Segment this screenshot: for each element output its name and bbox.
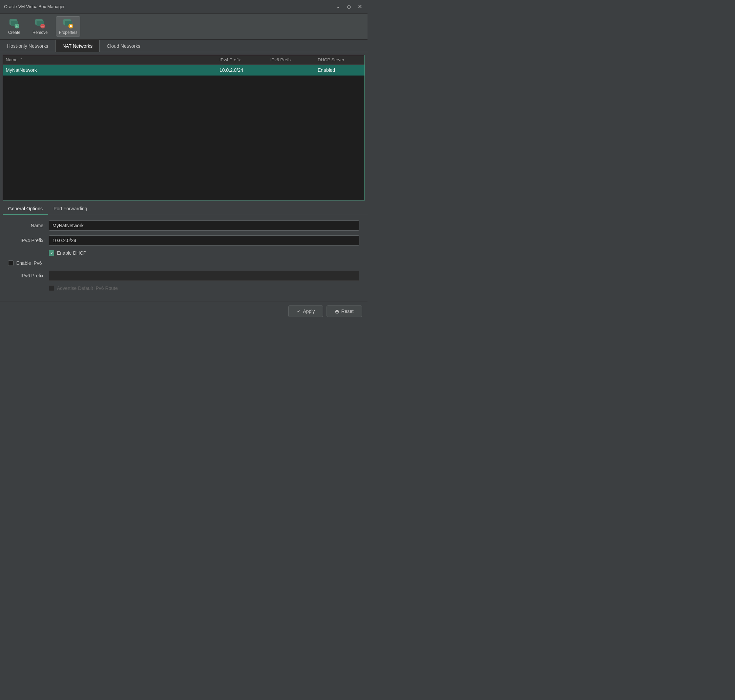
tab-cloud-networks[interactable]: Cloud Networks bbox=[100, 40, 147, 52]
col-dhcp-header: DHCP Server bbox=[318, 57, 362, 62]
top-tab-strip: Host-only Networks NAT Networks Cloud Ne… bbox=[0, 40, 368, 52]
ipv6-prefix-row: IPv6 Prefix: bbox=[8, 271, 359, 281]
apply-button[interactable]: ✓ Apply bbox=[288, 306, 323, 317]
tab-host-only[interactable]: Host-only Networks bbox=[0, 40, 55, 52]
properties-icon bbox=[63, 18, 74, 29]
row-name: MyNatNetwork bbox=[6, 68, 219, 73]
ipv6-input[interactable] bbox=[49, 271, 359, 281]
sort-arrow-icon: ⌃ bbox=[20, 57, 23, 62]
table-body: MyNatNetwork 10.0.2.0/24 Enabled bbox=[3, 65, 365, 200]
ipv4-label: IPv4 Prefix: bbox=[8, 238, 49, 243]
name-input[interactable] bbox=[49, 221, 359, 231]
titlebar: Oracle VM VirtualBox Manager ⌄ ◇ ✕ bbox=[0, 0, 368, 13]
table-row[interactable]: MyNatNetwork 10.0.2.0/24 Enabled bbox=[3, 65, 365, 75]
tab-general-options[interactable]: General Options bbox=[3, 203, 48, 215]
create-toolbar-item[interactable]: Create bbox=[4, 16, 24, 36]
create-label: Create bbox=[8, 30, 20, 35]
name-row: Name: bbox=[8, 221, 359, 231]
remove-toolbar-item[interactable]: Remove bbox=[30, 16, 50, 36]
reset-icon: ◓ bbox=[335, 309, 339, 314]
create-icon bbox=[9, 18, 20, 29]
tab-port-forwarding[interactable]: Port Forwarding bbox=[48, 203, 93, 215]
col-name-header[interactable]: Name ⌃ bbox=[6, 57, 219, 62]
reset-label: Reset bbox=[341, 309, 354, 314]
restore-button[interactable]: ◇ bbox=[345, 3, 352, 10]
ipv4-input[interactable] bbox=[49, 235, 359, 246]
apply-checkmark-icon: ✓ bbox=[297, 309, 301, 314]
app-title: Oracle VM VirtualBox Manager bbox=[4, 4, 65, 9]
network-table-area: Name ⌃ IPv4 Prefix IPv6 Prefix DHCP Serv… bbox=[3, 55, 365, 200]
advertise-ipv6-checkbox bbox=[49, 285, 54, 291]
toolbar: Create Remove Properties bbox=[0, 13, 368, 40]
remove-label: Remove bbox=[32, 30, 48, 35]
minimize-button[interactable]: ⌄ bbox=[334, 3, 341, 10]
table-header: Name ⌃ IPv4 Prefix IPv6 Prefix DHCP Serv… bbox=[3, 55, 365, 65]
remove-icon bbox=[35, 18, 46, 29]
svg-point-12 bbox=[70, 25, 72, 27]
enable-dhcp-checkbox[interactable] bbox=[49, 250, 54, 256]
advertise-ipv6-row: Advertise Default IPv6 Route bbox=[49, 285, 359, 291]
window-controls: ⌄ ◇ ✕ bbox=[334, 3, 363, 10]
tab-nat-networks[interactable]: NAT Networks bbox=[55, 40, 100, 52]
enable-dhcp-checkbox-wrapper[interactable]: Enable DHCP bbox=[49, 250, 86, 256]
buttons-area: ✓ Apply ◓ Reset bbox=[0, 301, 368, 321]
properties-toolbar-item[interactable]: Properties bbox=[56, 16, 81, 37]
col-ipv4-header: IPv4 Prefix bbox=[219, 57, 270, 62]
enable-ipv6-checkbox[interactable] bbox=[8, 260, 13, 266]
advertise-ipv6-wrapper: Advertise Default IPv6 Route bbox=[49, 285, 118, 291]
enable-dhcp-row: Enable DHCP bbox=[49, 250, 359, 256]
row-ipv4: 10.0.2.0/24 bbox=[219, 68, 270, 73]
reset-button[interactable]: ◓ Reset bbox=[326, 306, 362, 317]
row-dhcp: Enabled bbox=[318, 68, 362, 73]
close-button[interactable]: ✕ bbox=[356, 3, 363, 10]
ipv6-label: IPv6 Prefix: bbox=[8, 273, 49, 278]
advertise-ipv6-label: Advertise Default IPv6 Route bbox=[57, 285, 118, 291]
enable-ipv6-label: Enable IPv6 bbox=[16, 260, 42, 266]
ipv4-prefix-row: IPv4 Prefix: bbox=[8, 235, 359, 246]
name-label: Name: bbox=[8, 223, 49, 228]
properties-label: Properties bbox=[59, 30, 78, 35]
options-panel: Name: IPv4 Prefix: Enable DHCP Enable IP… bbox=[0, 215, 368, 301]
bottom-tab-strip: General Options Port Forwarding bbox=[0, 203, 368, 215]
col-ipv6-header: IPv6 Prefix bbox=[270, 57, 318, 62]
enable-dhcp-label: Enable DHCP bbox=[57, 250, 86, 256]
enable-ipv6-row: Enable IPv6 bbox=[8, 260, 359, 266]
apply-label: Apply bbox=[303, 309, 315, 314]
